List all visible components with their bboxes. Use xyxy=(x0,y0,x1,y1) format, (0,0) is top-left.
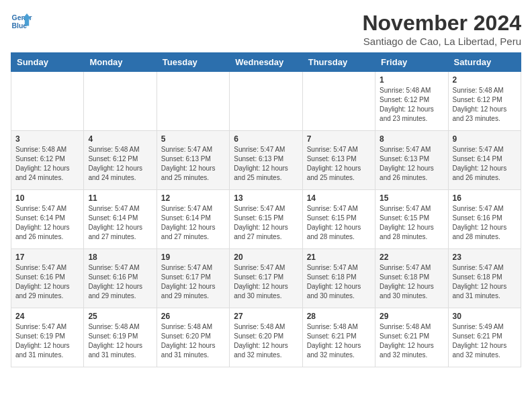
logo: General Blue xyxy=(11,11,32,32)
day-number: 4 xyxy=(88,134,152,144)
day-number: 20 xyxy=(234,253,298,262)
day-info: Sunrise: 5:47 AM Sunset: 6:16 PM Dayligh… xyxy=(15,263,79,301)
calendar-cell: 13Sunrise: 5:47 AM Sunset: 6:15 PM Dayli… xyxy=(230,190,302,249)
calendar-cell: 7Sunrise: 5:47 AM Sunset: 6:13 PM Daylig… xyxy=(302,131,375,190)
calendar-cell: 18Sunrise: 5:47 AM Sunset: 6:16 PM Dayli… xyxy=(84,249,157,308)
day-number: 13 xyxy=(234,193,298,203)
day-number: 15 xyxy=(380,193,443,203)
week-row: 10Sunrise: 5:47 AM Sunset: 6:14 PM Dayli… xyxy=(11,190,521,249)
day-number: 24 xyxy=(15,312,79,321)
weekday-header-monday: Monday xyxy=(84,53,157,72)
calendar-cell: 10Sunrise: 5:47 AM Sunset: 6:14 PM Dayli… xyxy=(11,190,84,249)
day-info: Sunrise: 5:48 AM Sunset: 6:12 PM Dayligh… xyxy=(88,145,152,183)
day-info: Sunrise: 5:47 AM Sunset: 6:18 PM Dayligh… xyxy=(380,263,443,301)
day-info: Sunrise: 5:47 AM Sunset: 6:14 PM Dayligh… xyxy=(453,145,517,183)
page-header: General Blue November 2024 Santiago de C… xyxy=(11,11,521,47)
day-info: Sunrise: 5:47 AM Sunset: 6:17 PM Dayligh… xyxy=(161,263,225,301)
day-info: Sunrise: 5:47 AM Sunset: 6:15 PM Dayligh… xyxy=(307,204,371,242)
calendar-cell: 4Sunrise: 5:48 AM Sunset: 6:12 PM Daylig… xyxy=(84,131,157,190)
day-number: 7 xyxy=(307,134,371,144)
day-info: Sunrise: 5:47 AM Sunset: 6:15 PM Dayligh… xyxy=(234,204,298,242)
day-number: 23 xyxy=(453,253,517,262)
day-info: Sunrise: 5:47 AM Sunset: 6:18 PM Dayligh… xyxy=(307,263,371,301)
weekday-header-tuesday: Tuesday xyxy=(157,53,229,72)
day-number: 19 xyxy=(161,253,225,262)
day-number: 17 xyxy=(15,253,79,262)
calendar-cell: 6Sunrise: 5:47 AM Sunset: 6:13 PM Daylig… xyxy=(230,131,302,190)
calendar-cell: 20Sunrise: 5:47 AM Sunset: 6:17 PM Dayli… xyxy=(230,249,302,308)
day-number: 6 xyxy=(234,134,298,144)
day-info: Sunrise: 5:48 AM Sunset: 6:19 PM Dayligh… xyxy=(88,322,152,360)
week-row: 3Sunrise: 5:48 AM Sunset: 6:12 PM Daylig… xyxy=(11,131,521,190)
logo-icon: General Blue xyxy=(11,11,32,32)
calendar-cell: 16Sunrise: 5:47 AM Sunset: 6:16 PM Dayli… xyxy=(448,190,521,249)
weekday-header-friday: Friday xyxy=(375,53,448,72)
calendar-cell: 30Sunrise: 5:49 AM Sunset: 6:21 PM Dayli… xyxy=(448,308,521,367)
day-info: Sunrise: 5:49 AM Sunset: 6:21 PM Dayligh… xyxy=(453,322,517,360)
day-info: Sunrise: 5:47 AM Sunset: 6:16 PM Dayligh… xyxy=(453,204,517,242)
calendar-cell: 22Sunrise: 5:47 AM Sunset: 6:18 PM Dayli… xyxy=(375,249,448,308)
calendar-cell: 15Sunrise: 5:47 AM Sunset: 6:15 PM Dayli… xyxy=(375,190,448,249)
calendar-cell: 14Sunrise: 5:47 AM Sunset: 6:15 PM Dayli… xyxy=(302,190,375,249)
calendar-cell: 29Sunrise: 5:48 AM Sunset: 6:21 PM Dayli… xyxy=(375,308,448,367)
day-number: 29 xyxy=(380,312,443,321)
weekday-header-row: SundayMondayTuesdayWednesdayThursdayFrid… xyxy=(11,53,521,72)
calendar-cell: 8Sunrise: 5:47 AM Sunset: 6:13 PM Daylig… xyxy=(375,131,448,190)
day-info: Sunrise: 5:48 AM Sunset: 6:21 PM Dayligh… xyxy=(380,322,443,360)
day-info: Sunrise: 5:48 AM Sunset: 6:12 PM Dayligh… xyxy=(453,86,517,124)
calendar-subtitle: Santiago de Cao, La Libertad, Peru xyxy=(362,36,521,47)
weekday-header-sunday: Sunday xyxy=(11,53,84,72)
weekday-header-saturday: Saturday xyxy=(448,53,521,72)
day-info: Sunrise: 5:48 AM Sunset: 6:12 PM Dayligh… xyxy=(15,145,79,183)
day-info: Sunrise: 5:48 AM Sunset: 6:20 PM Dayligh… xyxy=(161,322,225,360)
calendar-cell: 28Sunrise: 5:48 AM Sunset: 6:21 PM Dayli… xyxy=(302,308,375,367)
day-number: 21 xyxy=(307,253,371,262)
calendar-cell: 3Sunrise: 5:48 AM Sunset: 6:12 PM Daylig… xyxy=(11,131,84,190)
calendar-cell: 5Sunrise: 5:47 AM Sunset: 6:13 PM Daylig… xyxy=(157,131,229,190)
calendar-table: SundayMondayTuesdayWednesdayThursdayFrid… xyxy=(11,52,521,367)
day-number: 18 xyxy=(88,253,152,262)
calendar-cell xyxy=(11,72,84,131)
day-info: Sunrise: 5:47 AM Sunset: 6:14 PM Dayligh… xyxy=(161,204,225,242)
calendar-cell: 26Sunrise: 5:48 AM Sunset: 6:20 PM Dayli… xyxy=(157,308,229,367)
day-number: 1 xyxy=(380,75,443,85)
day-number: 28 xyxy=(307,312,371,321)
day-info: Sunrise: 5:47 AM Sunset: 6:14 PM Dayligh… xyxy=(15,204,79,242)
calendar-cell: 9Sunrise: 5:47 AM Sunset: 6:14 PM Daylig… xyxy=(448,131,521,190)
day-info: Sunrise: 5:47 AM Sunset: 6:17 PM Dayligh… xyxy=(234,263,298,301)
calendar-cell xyxy=(302,72,375,131)
day-number: 25 xyxy=(88,312,152,321)
day-number: 9 xyxy=(453,134,517,144)
day-info: Sunrise: 5:47 AM Sunset: 6:18 PM Dayligh… xyxy=(453,263,517,301)
weekday-header-thursday: Thursday xyxy=(302,53,375,72)
day-info: Sunrise: 5:48 AM Sunset: 6:12 PM Dayligh… xyxy=(380,86,443,124)
day-number: 5 xyxy=(161,134,225,144)
calendar-cell: 12Sunrise: 5:47 AM Sunset: 6:14 PM Dayli… xyxy=(157,190,229,249)
calendar-cell: 24Sunrise: 5:47 AM Sunset: 6:19 PM Dayli… xyxy=(11,308,84,367)
calendar-cell xyxy=(157,72,229,131)
day-number: 2 xyxy=(453,75,517,85)
day-info: Sunrise: 5:47 AM Sunset: 6:13 PM Dayligh… xyxy=(307,145,371,183)
day-number: 27 xyxy=(234,312,298,321)
day-number: 10 xyxy=(15,193,79,203)
week-row: 17Sunrise: 5:47 AM Sunset: 6:16 PM Dayli… xyxy=(11,249,521,308)
calendar-title: November 2024 xyxy=(362,11,521,36)
calendar-cell: 1Sunrise: 5:48 AM Sunset: 6:12 PM Daylig… xyxy=(375,72,448,131)
day-number: 14 xyxy=(307,193,371,203)
calendar-cell: 23Sunrise: 5:47 AM Sunset: 6:18 PM Dayli… xyxy=(448,249,521,308)
calendar-cell xyxy=(230,72,302,131)
day-info: Sunrise: 5:47 AM Sunset: 6:16 PM Dayligh… xyxy=(88,263,152,301)
day-number: 11 xyxy=(88,193,152,203)
day-info: Sunrise: 5:47 AM Sunset: 6:15 PM Dayligh… xyxy=(380,204,443,242)
day-info: Sunrise: 5:47 AM Sunset: 6:14 PM Dayligh… xyxy=(88,204,152,242)
day-number: 8 xyxy=(380,134,443,144)
day-info: Sunrise: 5:47 AM Sunset: 6:19 PM Dayligh… xyxy=(15,322,79,360)
week-row: 1Sunrise: 5:48 AM Sunset: 6:12 PM Daylig… xyxy=(11,72,521,131)
week-row: 24Sunrise: 5:47 AM Sunset: 6:19 PM Dayli… xyxy=(11,308,521,367)
day-number: 12 xyxy=(161,193,225,203)
day-number: 16 xyxy=(453,193,517,203)
calendar-cell: 11Sunrise: 5:47 AM Sunset: 6:14 PM Dayli… xyxy=(84,190,157,249)
day-info: Sunrise: 5:47 AM Sunset: 6:13 PM Dayligh… xyxy=(380,145,443,183)
day-info: Sunrise: 5:48 AM Sunset: 6:21 PM Dayligh… xyxy=(307,322,371,360)
weekday-header-wednesday: Wednesday xyxy=(230,53,302,72)
